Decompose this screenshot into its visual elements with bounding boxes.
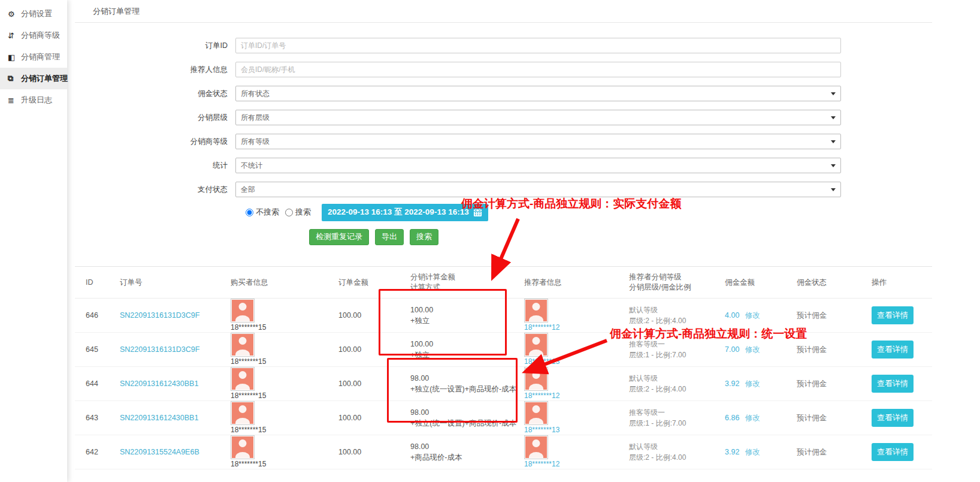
level-ratio: 层级:2 - 比例:4.00 bbox=[629, 452, 725, 463]
sidebar-item-label: 分销设置 bbox=[21, 8, 52, 19]
order-id: 644 bbox=[86, 379, 120, 388]
form-row-order-id: 订单ID bbox=[75, 34, 932, 58]
form-row-referrer-info: 推荐人信息 bbox=[75, 58, 932, 82]
table-row: 643 SN2209131612430BB1 18*******15 100.0… bbox=[75, 401, 932, 435]
referrer-avatar bbox=[524, 435, 548, 459]
order-number-link[interactable]: SN2209131612430BB1 bbox=[120, 379, 198, 388]
search-radio[interactable]: 搜索 bbox=[285, 207, 311, 218]
commission-amount: 6.86 bbox=[725, 414, 739, 422]
referrer-cell: 18*******13 bbox=[524, 333, 629, 366]
calc-amount: 98.00 bbox=[410, 407, 524, 418]
view-detail-button[interactable]: 查看详情 bbox=[872, 375, 914, 393]
search-button[interactable]: 搜索 bbox=[410, 229, 438, 245]
referrer-phone[interactable]: 18*******13 bbox=[524, 357, 629, 366]
calc-method: +商品现价-成本 bbox=[410, 452, 524, 463]
sidebar-item-distributor-management[interactable]: ◧ 分销商管理 bbox=[0, 46, 67, 68]
date-search-row: 不搜索 搜索 2022-09-13 16:13 至 2022-09-13 16:… bbox=[246, 201, 932, 223]
buyer-cell: 18*******15 bbox=[231, 299, 338, 332]
referrer-info-input[interactable] bbox=[235, 62, 841, 77]
sidebar-item-distributor-grade[interactable]: ⇵ 分销商等级 bbox=[0, 25, 67, 46]
order-amount: 100.00 bbox=[338, 311, 410, 320]
referrer-avatar bbox=[524, 367, 548, 391]
order-number-link[interactable]: SN22091316131D3C9F bbox=[120, 311, 199, 320]
distribution-level-select[interactable]: 所有层级 bbox=[235, 110, 841, 125]
no-search-radio[interactable]: 不搜索 bbox=[246, 207, 279, 218]
check-duplicate-button[interactable]: 检测重复记录 bbox=[309, 229, 369, 245]
buyer-avatar bbox=[231, 299, 255, 323]
calc-method: +独立 bbox=[410, 315, 524, 326]
header-action: 操作 bbox=[872, 278, 931, 288]
buyer-cell: 18*******15 bbox=[231, 435, 338, 469]
no-search-radio-input[interactable] bbox=[246, 209, 253, 216]
form-row-statistics: 统计 不统计 bbox=[75, 153, 932, 177]
table-row: 644 SN2209131612430BB1 18*******15 100.0… bbox=[75, 367, 932, 401]
order-number-link[interactable]: SN2209131612430BB1 bbox=[120, 414, 198, 422]
orders-table: ID 订单号 购买者信息 订单金额 分销计算金额 计算方式 推荐者信息 推荐者分… bbox=[75, 266, 932, 469]
date-range-button[interactable]: 2022-09-13 16:13 至 2022-09-13 16:13 bbox=[322, 204, 488, 221]
gear-icon: ⚙ bbox=[8, 10, 21, 19]
referrer-cell: 18*******12 bbox=[524, 299, 629, 332]
referrer-phone[interactable]: 18*******12 bbox=[524, 460, 629, 468]
export-button[interactable]: 导出 bbox=[375, 229, 404, 245]
calc-amount: 98.00 bbox=[410, 441, 524, 452]
modify-link[interactable]: 修改 bbox=[745, 379, 760, 388]
level-cell: 默认等级 层级:2 - 比例:4.00 bbox=[629, 305, 725, 326]
order-id: 643 bbox=[86, 414, 120, 422]
modify-link[interactable]: 修改 bbox=[745, 414, 760, 422]
view-detail-button[interactable]: 查看详情 bbox=[872, 409, 914, 427]
referrer-cell: 18*******13 bbox=[524, 401, 629, 435]
distribution-level-label: 分销层级 bbox=[75, 113, 228, 123]
sidebar: ⚙ 分销设置 ⇵ 分销商等级 ◧ 分销商管理 ⧉ 分销订单管理 ≣ 升级日志 bbox=[0, 0, 67, 482]
sidebar-item-upgrade-log[interactable]: ≣ 升级日志 bbox=[0, 89, 67, 111]
order-id-input[interactable] bbox=[235, 38, 841, 53]
payment-status-select[interactable]: 全部 bbox=[235, 182, 841, 197]
search-radio-input[interactable] bbox=[285, 209, 293, 216]
buyer-cell: 18*******15 bbox=[231, 401, 338, 435]
statistics-select[interactable]: 不统计 bbox=[235, 158, 841, 173]
referrer-avatar bbox=[524, 299, 548, 323]
view-detail-button[interactable]: 查看详情 bbox=[872, 306, 914, 324]
calc-amount: 100.00 bbox=[410, 305, 524, 315]
header-referrer: 推荐者信息 bbox=[524, 278, 629, 288]
referrer-phone[interactable]: 18*******12 bbox=[524, 323, 629, 332]
action-button-row: 检测重复记录 导出 搜索 bbox=[309, 227, 932, 247]
view-detail-button[interactable]: 查看详情 bbox=[872, 341, 914, 359]
buyer-cell: 18*******15 bbox=[231, 367, 338, 400]
view-detail-button[interactable]: 查看详情 bbox=[872, 443, 914, 461]
sidebar-item-label: 分销商等级 bbox=[21, 30, 60, 41]
calc-amount: 98.00 bbox=[410, 373, 524, 384]
modify-link[interactable]: 修改 bbox=[745, 448, 760, 456]
commission-status-select[interactable]: 所有状态 bbox=[235, 86, 841, 101]
buyer-phone: 18*******15 bbox=[231, 460, 338, 468]
calc-cell: 98.00 +独立(统一设置)+商品现价-成本 bbox=[410, 373, 524, 394]
level-ratio: 层级:2 - 比例:4.00 bbox=[629, 384, 725, 394]
sidebar-item-distribution-settings[interactable]: ⚙ 分销设置 bbox=[0, 3, 67, 25]
commission-amount: 3.92 bbox=[725, 448, 739, 456]
referrer-phone[interactable]: 18*******13 bbox=[524, 426, 629, 434]
referrer-info-label: 推荐人信息 bbox=[75, 65, 228, 75]
referrer-level: 默认等级 bbox=[629, 373, 725, 384]
order-amount: 100.00 bbox=[338, 448, 410, 456]
modify-link[interactable]: 修改 bbox=[745, 311, 760, 320]
buyer-phone: 18*******15 bbox=[231, 391, 338, 400]
order-number-link[interactable]: SN22091315524A9E6B bbox=[120, 448, 199, 456]
calc-cell: 100.00 +独立 bbox=[410, 339, 524, 360]
form-row-payment-status: 支付状态 全部 bbox=[75, 177, 932, 201]
buyer-phone: 18*******15 bbox=[231, 357, 338, 366]
list-icon: ≣ bbox=[8, 96, 21, 105]
calc-cell: 100.00 +独立 bbox=[410, 305, 524, 326]
level-ratio: 层级:1 - 比例:7.00 bbox=[629, 418, 725, 429]
distributor-grade-select[interactable]: 所有等级 bbox=[235, 134, 841, 149]
referrer-phone[interactable]: 18*******12 bbox=[524, 391, 629, 400]
modify-link[interactable]: 修改 bbox=[745, 345, 760, 354]
commission-status: 预计佣金 bbox=[797, 345, 872, 355]
referrer-cell: 18*******12 bbox=[524, 435, 629, 469]
order-number-link[interactable]: SN22091316131D3C9F bbox=[120, 345, 199, 354]
sidebar-item-label: 分销商管理 bbox=[21, 52, 60, 62]
referrer-avatar bbox=[524, 333, 548, 357]
sidebar-item-distribution-orders[interactable]: ⧉ 分销订单管理 bbox=[0, 68, 67, 89]
calc-method: +独立 bbox=[410, 350, 524, 360]
table-row: 642 SN22091315524A9E6B 18*******15 100.0… bbox=[75, 435, 932, 469]
header-level: 推荐者分销等级 分销层级/佣金比例 bbox=[629, 272, 725, 293]
commission-amount: 3.92 bbox=[725, 379, 739, 388]
